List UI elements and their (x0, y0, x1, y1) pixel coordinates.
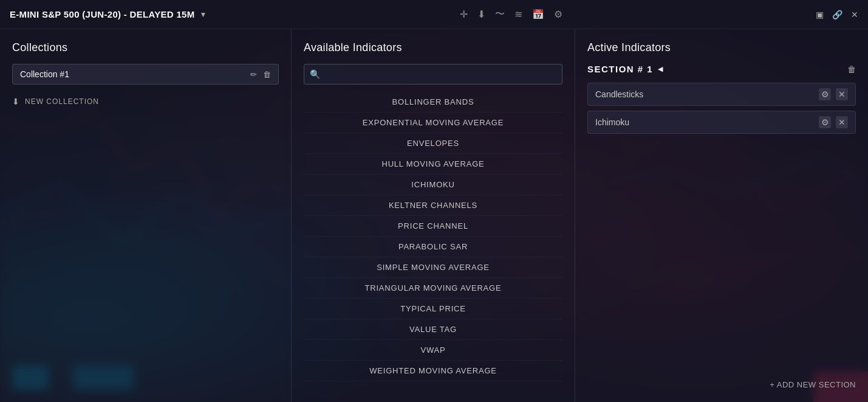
indicator-settings-icon[interactable]: ⚙ (819, 116, 831, 128)
drawing-icon[interactable]: 〜 (495, 8, 505, 21)
add-section-area: + ADD NEW SECTION (587, 367, 856, 390)
active-indicator-name: Candlesticks (595, 89, 819, 99)
indicator-item[interactable]: TRIANGULAR MOVING AVERAGE (304, 278, 562, 299)
collection-selector-icons: ✏ 🗑 (250, 70, 271, 79)
indicator-item[interactable]: PARABOLIC SAR (304, 237, 562, 257)
title-left: E-MINI S&P 500 (JUN-20) - DELAYED 15M ▼ (10, 9, 207, 19)
search-input[interactable] (304, 64, 562, 85)
active-indicator-row: Ichimoku⚙✕ (587, 111, 856, 134)
collections-panel: Collections Collection #1 ✏ 🗑 ⬇ NEW COLL… (0, 29, 292, 402)
link-icon[interactable]: 🔗 (832, 10, 842, 19)
indicator-item[interactable]: VWAP (304, 340, 562, 361)
indicator-item[interactable]: BOLLINGER BANDS (304, 92, 562, 113)
chart-title: E-MINI S&P 500 (JUN-20) - DELAYED 15M (10, 9, 195, 19)
indicator-item[interactable]: HULL MOVING AVERAGE (304, 154, 562, 175)
collections-heading: Collections (12, 41, 279, 54)
indicator-item[interactable]: PRICE CHANNEL (304, 216, 562, 237)
indicator-item[interactable]: SIMPLE MOVING AVERAGE (304, 257, 562, 278)
grid-icon[interactable]: ▣ (816, 10, 824, 19)
active-indicator-row: Candlesticks⚙✕ (587, 83, 856, 106)
active-indicator-icons: ⚙✕ (819, 88, 848, 100)
title-bar: E-MINI S&P 500 (JUN-20) - DELAYED 15M ▼ … (0, 0, 868, 29)
active-indicators-heading: Active Indicators (587, 41, 856, 54)
indicator-item[interactable]: WEIGHTED MOVING AVERAGE (304, 361, 562, 381)
title-dropdown-icon[interactable]: ▼ (200, 10, 207, 19)
calendar-icon[interactable]: 📅 (532, 9, 544, 20)
indicator-item[interactable]: VALUE TAG (304, 319, 562, 340)
active-indicator-name: Ichimoku (595, 117, 819, 127)
indicator-icon[interactable]: ⬇ (477, 9, 485, 20)
indicator-item[interactable]: TYPICAL PRICE (304, 299, 562, 319)
new-collection-button[interactable]: ⬇ NEW COLLECTION (12, 94, 279, 109)
search-icon: 🔍 (310, 69, 320, 79)
active-indicator-icons: ⚙✕ (819, 116, 848, 128)
active-indicators-panel: Active Indicators SECTION # 1 ◀ 🗑 Candle… (575, 29, 868, 402)
indicator-item[interactable]: ENVELOPES (304, 133, 562, 154)
settings-icon[interactable]: ⚙ (554, 9, 562, 20)
available-indicators-panel: Available Indicators 🔍 BOLLINGER BANDSEX… (292, 29, 575, 402)
crosshair-icon[interactable]: ✛ (460, 9, 468, 20)
collection-selector[interactable]: Collection #1 ✏ 🗑 (12, 64, 279, 85)
indicator-settings-icon[interactable]: ⚙ (819, 88, 831, 100)
window-actions: ▣ 🔗 ✕ (816, 10, 858, 19)
collection-name: Collection #1 (20, 69, 250, 79)
indicator-remove-icon[interactable]: ✕ (836, 88, 848, 100)
indicator-item[interactable]: EXPONENTIAL MOVING AVERAGE (304, 113, 562, 133)
layers-icon[interactable]: ≋ (514, 9, 522, 20)
indicator-item[interactable]: ICHIMOKU (304, 175, 562, 195)
toolbar-icons: ✛ ⬇ 〜 ≋ 📅 ⚙ (460, 8, 562, 21)
main-body: Collections Collection #1 ✏ 🗑 ⬇ NEW COLL… (0, 29, 868, 402)
section-collapse-arrow[interactable]: ◀ (658, 65, 663, 73)
section-title: SECTION # 1 (587, 64, 653, 74)
new-collection-label: NEW COLLECTION (25, 97, 99, 106)
indicator-remove-icon[interactable]: ✕ (836, 116, 848, 128)
edit-collection-icon[interactable]: ✏ (250, 70, 257, 79)
close-window-icon[interactable]: ✕ (851, 10, 858, 19)
new-collection-download-icon: ⬇ (12, 97, 20, 106)
delete-collection-icon[interactable]: 🗑 (263, 70, 271, 79)
available-indicators-heading: Available Indicators (304, 41, 562, 54)
search-container: 🔍 (304, 64, 562, 85)
indicator-item[interactable]: KELTNER CHANNELS (304, 195, 562, 216)
active-indicators-list: Candlesticks⚙✕Ichimoku⚙✕ (587, 83, 856, 139)
indicator-list: BOLLINGER BANDSEXPONENTIAL MOVING AVERAG… (304, 92, 562, 390)
section-title-area: SECTION # 1 ◀ (587, 64, 663, 74)
section-delete-icon[interactable]: 🗑 (847, 64, 856, 74)
add-section-button[interactable]: + ADD NEW SECTION (770, 380, 856, 389)
section-header: SECTION # 1 ◀ 🗑 (587, 64, 856, 74)
